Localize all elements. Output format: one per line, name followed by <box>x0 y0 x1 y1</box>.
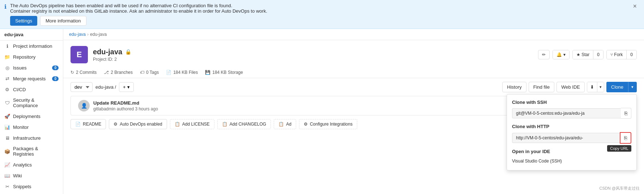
close-banner-button[interactable]: × <box>631 3 638 9</box>
fork-count: 0 <box>627 50 636 59</box>
issues-icon: ◎ <box>4 65 10 71</box>
readme-button[interactable]: 📄 README <box>71 119 106 129</box>
license-label: Add LICENSE <box>182 122 210 127</box>
sidebar-item-cicd[interactable]: ⚙ CI/CD <box>0 84 63 95</box>
sidebar-item-monitor[interactable]: 📊 Monitor <box>0 122 63 132</box>
project-header: E edu-java 🔒 Project ID: 2 ✏ 🔔 ▾ <box>63 40 644 67</box>
sidebar-item-infrastructure[interactable]: 🖥 Infrastructure <box>0 132 63 143</box>
download-arrow-button[interactable]: ▾ <box>597 82 604 92</box>
sidebar-label: Merge requests <box>13 76 49 81</box>
commits-stat[interactable]: ↻ 2 Commits <box>71 70 97 75</box>
edit-button[interactable]: ✏ <box>538 50 550 59</box>
storage-size: 184 KB Storage <box>212 70 243 75</box>
analytics-icon: 📈 <box>4 162 10 168</box>
add-label: Ad <box>286 122 291 127</box>
configure-label: Configure Integrations <box>310 122 353 127</box>
sidebar-label: Snippets <box>13 184 59 189</box>
copy-ssh-button[interactable]: ⎘ <box>621 108 631 119</box>
configure-integrations-button[interactable]: ⚙ Configure Integrations <box>299 119 357 129</box>
sidebar-item-snippets[interactable]: ✂ Snippets <box>0 181 63 192</box>
sidebar-item-security-compliance[interactable]: 🛡 Security & Compliance <box>0 95 63 111</box>
files-stat: 📄 184 KB Files <box>166 70 198 75</box>
sidebar-item-analytics[interactable]: 📈 Analytics <box>0 159 63 170</box>
shield-icon: 🛡 <box>4 100 10 106</box>
more-information-button[interactable]: More information <box>40 16 86 26</box>
download-button[interactable]: ⬇ <box>587 82 597 92</box>
changelog-icon: 📋 <box>222 122 227 127</box>
star-group: ★ Star 0 <box>572 50 604 59</box>
clone-http-input[interactable] <box>512 133 620 143</box>
sidebar-label: Project information <box>13 43 59 49</box>
snippets-icon: ✂ <box>4 184 10 189</box>
info-icon: ℹ <box>4 3 7 10</box>
gear-icon: ⚙ <box>114 122 118 127</box>
lock-icon: 🔒 <box>125 49 131 55</box>
sidebar-item-project-information[interactable]: ℹ Project information <box>0 41 63 51</box>
packages-icon: 📦 <box>4 148 10 154</box>
branches-icon: ⎇ <box>104 70 109 75</box>
readme-icon: 📄 <box>75 122 81 127</box>
breadcrumb-parent[interactable]: edu-java <box>69 32 86 37</box>
watermark: CSDN @风车带走过往 <box>600 186 640 191</box>
copy-http-button[interactable]: ⎘ <box>620 132 631 144</box>
sidebar-label: Repository <box>13 54 59 60</box>
project-actions: ✏ 🔔 ▾ ★ Star 0 ⑂ Fork 0 <box>538 50 637 59</box>
autodevops-button[interactable]: ⚙ Auto DevOps enabled <box>109 119 167 129</box>
clone-button[interactable]: Clone <box>606 82 628 92</box>
ide-option: Visual Studio Code (SSH) <box>512 157 631 165</box>
branch-selector[interactable]: dev <box>71 82 93 92</box>
add-changelog-button[interactable]: 📋 Add CHANGELOG <box>217 119 271 129</box>
path-text: edu-java / <box>95 84 116 90</box>
commits-count: 2 Commits <box>76 70 97 75</box>
sidebar-item-issues[interactable]: ◎ Issues 0 <box>0 62 63 73</box>
merge-badge: 0 <box>52 76 59 81</box>
bell-icon: 🔔 <box>556 52 562 57</box>
branches-stat[interactable]: ⎇ 2 Branches <box>104 70 133 75</box>
copy-url-tooltip: Copy URL <box>607 145 631 152</box>
breadcrumb: edu-java › edu-java <box>63 29 644 40</box>
web-ide-button[interactable]: Web IDE <box>556 82 585 92</box>
clone-dropdown: Clone with SSH ⎘ Clone with HTTP ⎘ Copy … <box>507 94 637 170</box>
project-avatar: E <box>71 46 88 63</box>
add-file-button[interactable]: + ▾ <box>119 82 134 92</box>
star-count: 0 <box>593 50 603 59</box>
project-name: edu-java <box>93 48 122 56</box>
notification-button[interactable]: 🔔 ▾ <box>553 50 569 59</box>
commits-icon: ↻ <box>71 70 74 75</box>
clone-arrow-button[interactable]: ▾ <box>628 82 637 92</box>
sidebar-label: Analytics <box>13 162 59 168</box>
changelog-label: Add CHANGELOG <box>230 122 266 127</box>
auto-devops-banner: ℹ The Auto DevOps pipeline has been enab… <box>0 0 644 29</box>
autodevops-label: Auto DevOps enabled <box>120 122 162 127</box>
history-button[interactable]: History <box>502 82 526 92</box>
settings-button[interactable]: Settings <box>10 16 37 26</box>
sidebar-item-settings[interactable]: ⚙ Settings <box>0 192 63 194</box>
branches-count: 2 Branches <box>111 70 133 75</box>
repository-icon: 📁 <box>4 54 10 60</box>
sidebar: edu-java ℹ Project information 📁 Reposit… <box>0 29 63 194</box>
commit-avatar: 👤 <box>78 100 90 111</box>
sidebar-item-merge-requests[interactable]: ⇄ Merge requests 0 <box>0 73 63 84</box>
sidebar-item-repository[interactable]: 📁 Repository <box>0 51 63 62</box>
sidebar-item-wiki[interactable]: 📖 Wiki <box>0 170 63 181</box>
tags-stat[interactable]: 🏷 0 Tags <box>140 70 159 75</box>
add-license-button[interactable]: 📋 Add LICENSE <box>170 119 214 129</box>
sidebar-label: Issues <box>13 65 49 71</box>
find-file-button[interactable]: Find file <box>529 82 555 92</box>
add-more-button[interactable]: 📋 Ad <box>274 119 296 129</box>
sidebar-label: Security & Compliance <box>13 97 59 108</box>
clone-group: Clone ▾ <box>606 82 637 92</box>
sidebar-item-deployments[interactable]: 🚀 Deployments <box>0 111 63 122</box>
fork-button[interactable]: ⑂ Fork <box>607 50 627 59</box>
sidebar-project-name: edu-java <box>0 29 63 41</box>
banner-message-line2: Container registry is not enabled on thi… <box>10 8 628 14</box>
clone-ssh-input[interactable] <box>512 108 621 118</box>
sidebar-item-packages-registries[interactable]: 📦 Packages & Registries <box>0 143 63 159</box>
clone-http-row: ⎘ Copy URL <box>512 132 631 144</box>
stats-bar: ↻ 2 Commits ⎇ 2 Branches 🏷 0 Tags 📄 184 … <box>63 67 644 78</box>
files-icon: 📄 <box>166 70 171 75</box>
breadcrumb-current: edu-java <box>90 32 107 37</box>
star-button[interactable]: ★ Star <box>573 50 593 59</box>
info-icon: ℹ <box>4 43 10 49</box>
clone-http-title: Clone with HTTP <box>512 124 631 129</box>
